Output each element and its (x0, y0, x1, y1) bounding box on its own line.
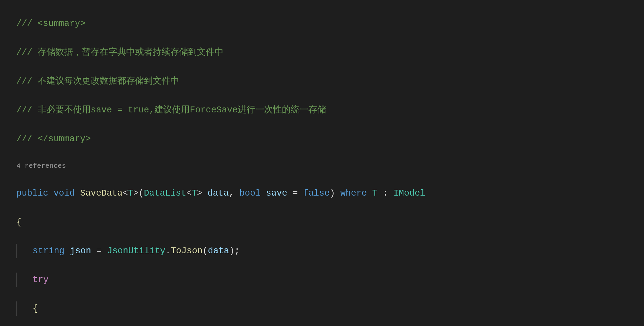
brace-open: { (16, 217, 22, 227)
paren-open: ( (139, 188, 144, 198)
keyword-public: public (16, 188, 48, 198)
param-data: data (207, 188, 229, 198)
angle-open: < (123, 188, 128, 198)
code-editor[interactable]: /// <summary> /// 存储数据，暂存在字典中或者持续存储到文件中 … (0, 0, 644, 326)
code-line: /// <summary> (16, 16, 644, 31)
code-line: /// 存储数据，暂存在字典中或者持续存储到文件中 (16, 45, 644, 60)
code-line: try (16, 273, 644, 287)
xml-doc-comment: /// 存储数据，暂存在字典中或者持续存储到文件中 (16, 48, 224, 57)
space (261, 188, 266, 198)
keyword-where: where (340, 188, 367, 198)
angle-close: > (133, 188, 138, 198)
type-param: T (372, 188, 378, 198)
method-name: SaveData (80, 188, 123, 198)
arg-data: data (208, 246, 229, 256)
param-save: save (266, 188, 287, 198)
local-json: json (70, 246, 91, 256)
space (65, 246, 70, 256)
equals: = (287, 188, 303, 198)
type-param: T (128, 188, 133, 198)
code-line: string json = JsonUtility.ToJson(data); (16, 244, 644, 258)
xml-doc-comment: /// <summary> (16, 19, 86, 29)
code-line: public void SaveData<T>(DataList<T> data… (16, 186, 644, 201)
type-imodel: IModel (393, 188, 425, 198)
comma: , (229, 188, 239, 198)
keyword-void: void (53, 188, 75, 198)
type-jsonutility: JsonUtility (107, 246, 165, 256)
keyword-try: try (33, 275, 49, 285)
paren-close: ) (330, 188, 335, 198)
paren-close: ) (229, 246, 234, 256)
xml-doc-comment: /// 不建议每次更改数据都存储到文件中 (16, 76, 179, 86)
type-param: T (192, 188, 197, 198)
paren-open: ( (203, 246, 208, 256)
codelens-references[interactable]: 4 references (16, 161, 644, 172)
angle-close: > (197, 188, 202, 198)
semicolon: ; (234, 246, 240, 256)
code-line: { (16, 215, 644, 229)
dot: . (166, 246, 171, 256)
angle-open: < (186, 188, 192, 198)
space (335, 188, 340, 198)
xml-doc-comment: /// </summary> (16, 134, 91, 144)
keyword-false: false (303, 188, 330, 198)
keyword-bool: bool (240, 188, 261, 198)
keyword-string: string (33, 246, 65, 256)
code-line: /// 非必要不使用save = true,建议使用ForceSave进行一次性… (16, 103, 644, 117)
space (202, 188, 207, 198)
brace-open: { (33, 304, 38, 314)
code-line: { (16, 301, 644, 316)
type-datalist: DataList (144, 188, 186, 198)
equals: = (91, 246, 107, 256)
code-line: /// </summary> (16, 132, 644, 146)
method-tojson: ToJson (171, 246, 203, 256)
code-line: /// 不建议每次更改数据都存储到文件中 (16, 74, 644, 88)
colon: : (378, 188, 394, 198)
space (367, 188, 372, 198)
xml-doc-comment: /// 非必要不使用save = true,建议使用ForceSave进行一次性… (16, 105, 326, 115)
